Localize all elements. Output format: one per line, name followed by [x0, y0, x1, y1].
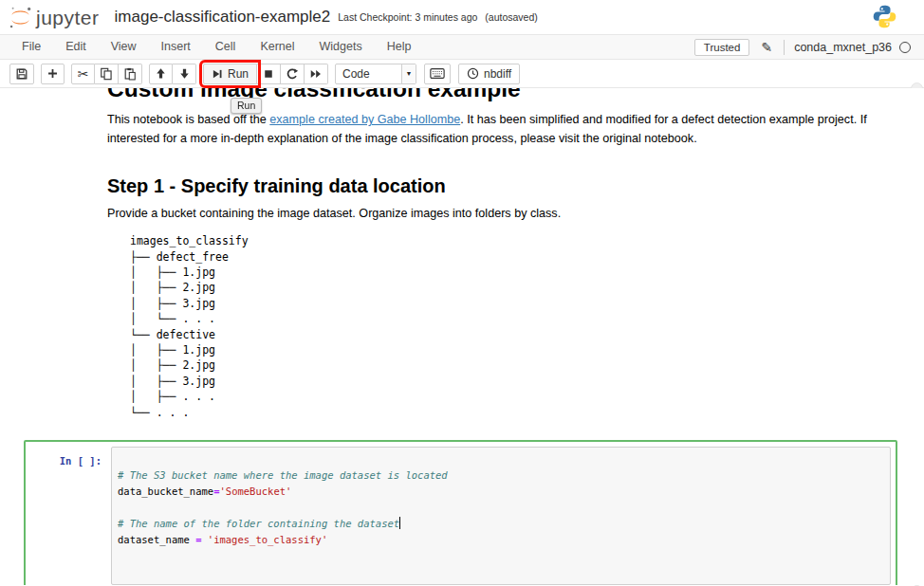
kernel-status-icon	[899, 42, 911, 53]
code-string: 'images_to_classify'	[208, 534, 327, 545]
run-button-label: Run	[228, 67, 249, 81]
cell-type-selected: Code	[336, 67, 401, 81]
dropdown-arrow-icon: ▼	[401, 64, 416, 83]
python-logo	[872, 4, 897, 29]
menu-widgets[interactable]: Widgets	[307, 35, 375, 59]
save-button[interactable]	[9, 64, 34, 84]
move-cell-up-button[interactable]	[149, 64, 173, 84]
menubar: File Edit View Insert Cell Kernel Widget…	[0, 34, 924, 60]
cut-cell-button[interactable]: ✂	[71, 64, 95, 84]
menu-view[interactable]: View	[99, 35, 149, 59]
step1-paragraph: Provide a bucket containing the image da…	[107, 207, 924, 220]
jupyter-logo[interactable]: jupyter	[8, 5, 100, 30]
jupyter-logo-text: jupyter	[36, 7, 100, 29]
run-icon	[212, 68, 223, 80]
move-cell-down-button[interactable]	[173, 64, 196, 84]
code-comment: # The S3 bucket name where the image dat…	[118, 469, 448, 481]
menubar-divider	[784, 40, 785, 55]
checkpoint-status: Last Checkpoint: 3 minutes ago	[338, 11, 477, 23]
gabe-hollombe-link[interactable]: example created by Gabe Hollombe	[269, 113, 460, 126]
restart-kernel-button[interactable]	[281, 64, 305, 84]
command-palette-button[interactable]	[424, 64, 451, 84]
code-line: # The S3 bucket name where the image dat…	[118, 467, 884, 484]
add-cell-icon	[46, 67, 59, 80]
edit-icon[interactable]: ✎	[761, 40, 772, 55]
tree-line: │ ├── 2.jpg	[130, 357, 924, 373]
tree-line: │ ├── 3.jpg	[130, 374, 924, 389]
code-line: # The name of the folder containing the …	[118, 516, 884, 532]
restart-icon	[286, 67, 299, 81]
notebook-title[interactable]: image-classification-example2	[115, 8, 331, 27]
toolbar: ✂	[0, 60, 924, 88]
tree-line: │ ├── 1.jpg	[130, 342, 924, 357]
tree-line: images_to_classify	[130, 233, 924, 248]
tree-line: │ └── . . .	[130, 311, 924, 326]
header: jupyter image-classification-example2 La…	[0, 0, 924, 34]
cell-type-dropdown[interactable]: Code ▼	[335, 64, 416, 84]
code-line: dataset_name = 'images_to_classify'	[118, 532, 884, 548]
paste-icon	[123, 67, 137, 81]
code-line	[118, 548, 884, 564]
tree-line: │ ├── 1.jpg	[130, 265, 924, 280]
nbdiff-icon	[467, 67, 479, 80]
jupyter-planet-icon	[8, 5, 33, 30]
notebook-container: Custom image classification example This…	[0, 88, 924, 585]
menu-file[interactable]: File	[9, 35, 53, 59]
code-line	[118, 564, 884, 580]
directory-tree: images_to_classify ├── defect_free │ ├──…	[130, 233, 924, 420]
tree-line: │ ├── 3.jpg	[130, 296, 924, 311]
code-cell[interactable]: In [ ]: # The S3 bucket name where the i…	[24, 440, 897, 585]
menu-help[interactable]: Help	[375, 35, 424, 59]
cut-icon: ✂	[78, 67, 89, 81]
trusted-badge[interactable]: Trusted	[694, 39, 750, 56]
copy-cell-button[interactable]	[95, 64, 119, 84]
stop-button[interactable]	[257, 64, 281, 84]
cell-prompt: In [ ]:	[30, 447, 111, 585]
kernel-name: conda_mxnet_p36	[794, 41, 892, 54]
menu-insert[interactable]: Insert	[149, 35, 203, 59]
code-line	[118, 500, 884, 516]
move-up-icon	[155, 67, 167, 80]
tree-line: └── defective	[130, 327, 924, 342]
stop-icon	[263, 68, 274, 80]
code-line: data_bucket_name='SomeBucket'	[118, 484, 884, 500]
code-string: 'SomeBucket'	[219, 485, 291, 497]
menu-items: File Edit View Insert Cell Kernel Widget…	[0, 35, 423, 59]
add-cell-button[interactable]	[41, 64, 65, 84]
intro-text-before: This notebook is based off the	[107, 113, 269, 126]
fast-forward-icon	[309, 67, 323, 81]
run-tooltip: Run	[231, 98, 262, 114]
menu-kernel[interactable]: Kernel	[248, 35, 306, 59]
tree-line: │ ├── . . .	[130, 389, 924, 404]
copy-icon	[100, 67, 113, 81]
text-cursor	[399, 517, 400, 529]
tree-line: │ ├── 2.jpg	[130, 280, 924, 295]
code-variable: dataset_name	[118, 534, 190, 545]
menubar-right: Trusted ✎ conda_mxnet_p36	[694, 39, 924, 56]
menu-cell[interactable]: Cell	[203, 35, 249, 59]
tree-line: ├── defect_free	[130, 249, 924, 265]
move-down-icon	[178, 67, 191, 80]
code-line	[118, 451, 884, 467]
nbdiff-button-label: nbdiff	[484, 67, 511, 81]
run-button[interactable]: Run	[203, 64, 257, 84]
nbdiff-button[interactable]: nbdiff	[458, 64, 520, 84]
code-comment: # The name of the folder containing the …	[118, 518, 399, 529]
paste-cell-button[interactable]	[119, 64, 142, 84]
code-operator: =	[190, 534, 208, 545]
code-editor[interactable]: # The S3 bucket name where the image dat…	[111, 447, 891, 585]
menu-edit[interactable]: Edit	[53, 35, 99, 59]
tree-line: └── . . .	[130, 405, 924, 420]
keyboard-icon	[430, 67, 445, 80]
save-icon	[15, 67, 28, 81]
code-variable: data_bucket_name	[118, 485, 213, 497]
step1-heading: Step 1 - Specify training data location	[107, 175, 924, 197]
autosave-status: (autosaved)	[485, 11, 537, 23]
intro-paragraph: This notebook is based off the example c…	[107, 111, 907, 148]
run-all-button[interactable]	[305, 64, 328, 84]
